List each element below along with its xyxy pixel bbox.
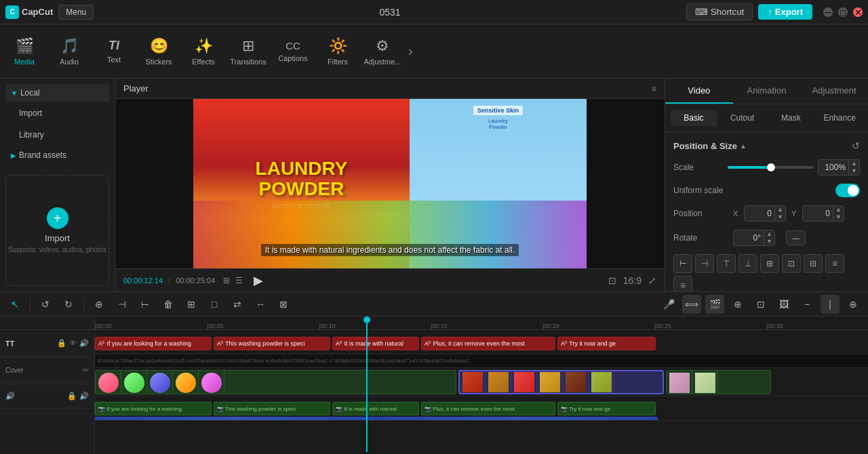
toolbar-more-icon[interactable]: › xyxy=(406,41,416,62)
tl-film-btn[interactable]: 🎬 xyxy=(705,295,724,314)
text-clip-4[interactable]: Aᴱ Plus, it can remove even the most xyxy=(421,337,555,350)
tl-trim-right-btn[interactable]: ⊢ xyxy=(136,295,155,314)
audio-volume-icon[interactable]: 🔊 xyxy=(79,392,89,400)
tl-crop-btn[interactable]: ⊠ xyxy=(274,295,293,314)
tool-effects[interactable]: ✨ Effects xyxy=(182,28,225,75)
align-bottom-btn[interactable]: ⊡ xyxy=(782,254,801,273)
text-clip-1[interactable]: Aᴱ If you are looking for a washing xyxy=(95,337,212,350)
text-volume-icon[interactable]: 🔊 xyxy=(79,339,89,348)
maximize-button[interactable]: □ xyxy=(838,7,848,17)
tl-trim-left-btn[interactable]: ⊣ xyxy=(113,295,132,314)
flip-button[interactable]: — xyxy=(786,230,806,245)
align-more-btn[interactable]: ≡ xyxy=(673,276,692,291)
rotate-up-btn[interactable]: ▲ xyxy=(764,230,774,238)
scale-up-btn[interactable]: ▲ xyxy=(849,160,859,167)
scale-slider-thumb[interactable] xyxy=(767,163,775,171)
fit-icon[interactable]: ⊡ xyxy=(608,275,616,286)
tool-adjustment[interactable]: ⚙ Adjustme... xyxy=(361,28,404,75)
video-clip-1[interactable] xyxy=(95,370,456,394)
tab-adjustment[interactable]: Adjustment xyxy=(800,79,868,104)
position-y-up-btn[interactable]: ▲ xyxy=(833,206,844,213)
reset-icon[interactable]: ↺ xyxy=(852,140,860,151)
uniform-scale-toggle[interactable] xyxy=(835,184,860,197)
position-x-up-btn[interactable]: ▲ xyxy=(775,206,785,213)
video-edit-icon[interactable]: ✏ xyxy=(83,366,89,375)
text-eye-icon[interactable]: 👁 xyxy=(69,339,77,348)
position-x-input[interactable] xyxy=(745,207,774,220)
tl-freeze-btn[interactable]: □ xyxy=(205,295,224,314)
tl-link-btn[interactable]: ⟺ xyxy=(682,295,701,314)
scale-down-btn[interactable]: ▼ xyxy=(849,167,859,175)
text-clip-2[interactable]: Aᴱ This washing powder is speci xyxy=(214,337,330,350)
align-center-v-btn[interactable]: ⊞ xyxy=(760,254,779,273)
tl-split-btn[interactable]: ⊕ xyxy=(90,295,108,314)
export-button[interactable]: ↑ Export xyxy=(758,4,812,20)
tl-reverse-btn[interactable]: ⇄ xyxy=(228,295,247,314)
text-clip-5[interactable]: Aᴱ Try it now and ge xyxy=(557,337,656,350)
nav-library[interactable]: Library xyxy=(11,126,104,144)
scale-input[interactable] xyxy=(818,161,848,174)
fullscreen-icon[interactable]: ⤢ xyxy=(648,275,656,286)
rotate-down-btn[interactable]: ▼ xyxy=(764,238,774,245)
audio-lock-icon[interactable]: 🔒 xyxy=(67,392,77,400)
tool-filters[interactable]: 🔆 Filters xyxy=(316,28,359,75)
list-icon[interactable]: ☰ xyxy=(235,276,243,285)
tl-undo-btn[interactable]: ↺ xyxy=(36,295,55,314)
position-y-input[interactable] xyxy=(803,207,833,220)
flip-btn[interactable]: — xyxy=(786,230,806,245)
aspect-ratio-label[interactable]: 16:9 xyxy=(623,275,642,286)
nav-local[interactable]: ▼ Local xyxy=(5,84,109,102)
tl-redo-btn[interactable]: ↻ xyxy=(59,295,78,314)
audio-clip-1[interactable]: 📷 If you are looking for a washing xyxy=(95,402,212,415)
subtab-basic[interactable]: Basic xyxy=(671,110,717,126)
tl-layer-btn[interactable]: ⊞ xyxy=(182,295,201,314)
shortcut-button[interactable]: ⌨ Shortcut xyxy=(686,3,753,20)
play-button[interactable]: ▶ xyxy=(254,273,263,288)
import-area[interactable]: + Import Supports: videos, audios, photo… xyxy=(5,175,109,286)
close-button[interactable]: ✕ xyxy=(853,7,863,17)
distribute-v-btn[interactable]: ≡ xyxy=(825,254,844,273)
align-top-btn[interactable]: ⊥ xyxy=(738,254,757,273)
nav-import[interactable]: Import xyxy=(11,104,104,122)
distribute-h-btn[interactable]: ⊟ xyxy=(804,254,823,273)
audio-clip-4[interactable]: 📷 Plus, it can remove even the most xyxy=(421,402,555,415)
video-clip-3[interactable] xyxy=(666,370,771,394)
menu-button[interactable]: Menu xyxy=(58,5,94,20)
tl-delete-btn[interactable]: 🗑 xyxy=(159,295,178,314)
subtab-enhance[interactable]: Enhance xyxy=(816,110,863,126)
tool-stickers[interactable]: 😊 Stickers xyxy=(137,28,180,75)
tool-transitions[interactable]: ⊞ Transitions xyxy=(226,28,270,75)
align-right-btn[interactable]: ⊤ xyxy=(717,254,736,273)
rotate-input[interactable] xyxy=(734,231,764,245)
tl-chain-btn[interactable]: ⊕ xyxy=(728,295,747,314)
scale-slider[interactable] xyxy=(728,166,814,169)
tool-media[interactable]: 🎬 Media xyxy=(3,28,46,75)
audio-clip-5[interactable]: 📷 Try it now and ge xyxy=(557,402,656,415)
tl-photo-btn[interactable]: 🖼 xyxy=(774,295,793,314)
tl-cursor-tool[interactable]: ↖ xyxy=(5,295,24,314)
tool-captions[interactable]: CC Captions xyxy=(271,28,315,75)
subtab-cutout[interactable]: Cutout xyxy=(719,110,766,126)
tab-video[interactable]: Video xyxy=(665,79,733,104)
align-left-btn[interactable]: ⊢ xyxy=(673,254,692,273)
tool-text[interactable]: TI Text xyxy=(92,28,136,75)
section-collapse-icon[interactable]: ▲ xyxy=(740,142,747,150)
tl-subtitle-btn[interactable]: ⊡ xyxy=(751,295,770,314)
tab-animation[interactable]: Animation xyxy=(733,79,801,104)
player-menu-icon[interactable]: ≡ xyxy=(652,84,656,94)
position-y-down-btn[interactable]: ▼ xyxy=(833,213,844,221)
tl-zoom-in-btn[interactable]: | xyxy=(821,295,840,314)
grid-icon[interactable]: ⊞ xyxy=(223,276,230,285)
tl-zoom-out-btn[interactable]: − xyxy=(797,295,816,314)
tl-mic-btn[interactable]: 🎤 xyxy=(659,295,678,314)
tl-add-btn[interactable]: ⊕ xyxy=(844,295,863,314)
audio-clip-2[interactable]: 📷 This washing powder is speci xyxy=(214,402,330,415)
minimize-button[interactable]: ─ xyxy=(823,7,833,17)
subtab-mask[interactable]: Mask xyxy=(768,110,814,126)
text-clip-3[interactable]: Aᴱ It is made with natural xyxy=(332,337,419,350)
nav-brand-assets[interactable]: ▶ Brand assets xyxy=(5,146,109,164)
text-lock-icon[interactable]: 🔒 xyxy=(57,339,66,348)
video-clip-2-selected[interactable] xyxy=(458,370,664,394)
audio-clip-3[interactable]: 📷 It is made with natural xyxy=(332,402,419,415)
position-x-down-btn[interactable]: ▼ xyxy=(775,213,785,221)
